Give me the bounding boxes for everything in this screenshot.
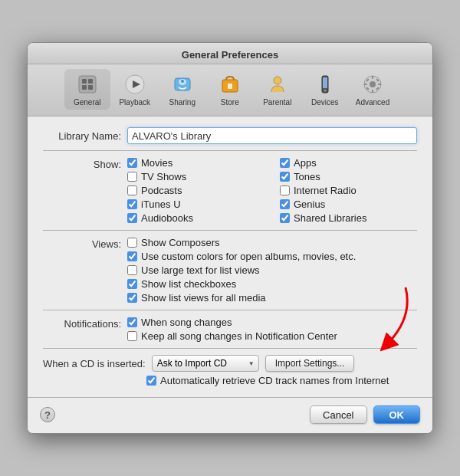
library-name-label: Library Name: [43, 130, 127, 142]
svg-rect-2 [88, 79, 93, 84]
view-custom-colors-checkbox[interactable] [127, 251, 137, 261]
show-audiobooks-checkbox[interactable] [127, 213, 137, 223]
cd-label: When a CD is inserted: [43, 358, 152, 369]
footer: ? Cancel OK [28, 397, 432, 433]
titlebar: General Preferences [28, 43, 432, 64]
view-show-composers-label: Show Composers [141, 237, 220, 248]
cd-controls: Ask to Import CD Import CD Import CD and… [152, 355, 355, 372]
show-audiobooks[interactable]: Audiobooks [127, 212, 264, 224]
toolbar: General Playback Sharing [28, 64, 432, 117]
show-apps-checkbox[interactable] [280, 158, 290, 168]
show-shared-libraries-checkbox[interactable] [280, 213, 290, 223]
cd-select-wrapper: Ask to Import CD Import CD Import CD and… [152, 355, 259, 372]
show-movies-checkbox[interactable] [127, 158, 137, 168]
toolbar-sharing-label: Sharing [169, 98, 196, 107]
view-show-composers-checkbox[interactable] [127, 238, 137, 248]
show-genius-label: Genius [294, 199, 325, 210]
show-tvshows[interactable]: TV Shows [127, 171, 264, 182]
show-checkboxes: Movies Apps TV Shows Tones [127, 157, 417, 224]
show-tvshows-checkbox[interactable] [127, 172, 137, 182]
show-itunes-u[interactable]: iTunes U [127, 199, 264, 210]
notifications-label: Notifications: [43, 317, 127, 330]
show-itunes-u-checkbox[interactable] [127, 199, 137, 209]
toolbar-general[interactable]: General [64, 69, 110, 110]
show-tones[interactable]: Tones [280, 171, 417, 182]
toolbar-devices[interactable]: Devices [302, 69, 348, 110]
library-name-input[interactable] [127, 127, 417, 144]
svg-point-15 [324, 90, 326, 92]
devices-icon [313, 72, 337, 97]
show-itunes-u-label: iTunes U [141, 199, 181, 210]
preferences-window: General Preferences General [27, 42, 433, 434]
cancel-button[interactable]: Cancel [310, 405, 366, 424]
svg-point-12 [274, 77, 281, 84]
cd-select[interactable]: Ask to Import CD Import CD Import CD and… [152, 355, 259, 372]
views-checkboxes: Show Composers Use custom colors for ope… [127, 237, 417, 304]
svg-rect-1 [82, 79, 87, 84]
svg-rect-11 [228, 84, 232, 89]
views-section: Views: Show Composers Use custom colors … [43, 230, 417, 304]
show-apps[interactable]: Apps [280, 157, 417, 169]
notif-song-changes[interactable]: When song changes [127, 317, 417, 328]
notif-notification-center[interactable]: Keep all song changes in Notification Ce… [127, 330, 417, 342]
show-podcasts-label: Podcasts [141, 185, 182, 196]
show-movies[interactable]: Movies [127, 157, 264, 169]
svg-point-17 [370, 81, 376, 87]
view-list-checkboxes-checkbox[interactable] [127, 279, 137, 289]
view-custom-colors-label: Use custom colors for open albums, movie… [141, 251, 356, 262]
show-podcasts-checkbox[interactable] [127, 185, 137, 195]
toolbar-advanced-label: Advanced [356, 98, 389, 107]
show-tvshows-label: TV Shows [141, 171, 186, 182]
toolbar-parental[interactable]: Parental [255, 69, 301, 110]
notif-song-changes-checkbox[interactable] [127, 317, 137, 327]
advanced-icon [360, 72, 385, 97]
toolbar-general-label: General [74, 98, 101, 107]
show-genius[interactable]: Genius [280, 199, 417, 210]
toolbar-parental-label: Parental [263, 98, 291, 107]
show-shared-libraries-label: Shared Libraries [294, 212, 366, 224]
show-movies-label: Movies [141, 157, 172, 169]
show-section: Show: Movies Apps TV Shows [43, 150, 417, 224]
show-row: Show: Movies Apps TV Shows [43, 157, 417, 224]
toolbar-playback[interactable]: Playback [112, 69, 158, 110]
playback-icon [123, 72, 147, 97]
ok-button[interactable]: OK [373, 405, 421, 424]
show-internet-radio-checkbox[interactable] [280, 185, 290, 195]
parental-icon [265, 72, 290, 97]
svg-rect-0 [79, 76, 96, 93]
cd-auto-retrieve-checkbox[interactable] [146, 376, 156, 386]
view-list-checkboxes[interactable]: Show list checkboxes [127, 278, 417, 290]
view-custom-colors[interactable]: Use custom colors for open albums, movie… [127, 251, 417, 262]
cd-section: When a CD is inserted: Ask to Import CD … [43, 348, 417, 386]
notif-notification-center-label: Keep all song changes in Notification Ce… [141, 330, 337, 342]
view-list-views-all-media-checkbox[interactable] [127, 293, 137, 303]
view-large-text-checkbox[interactable] [127, 265, 137, 275]
show-podcasts[interactable]: Podcasts [127, 185, 264, 196]
views-label: Views: [43, 237, 127, 250]
toolbar-sharing[interactable]: Sharing [159, 69, 205, 110]
cd-auto-row: Automatically retrieve CD track names fr… [43, 375, 417, 386]
view-list-views-all-media[interactable]: Show list views for all media [127, 292, 417, 304]
toolbar-devices-label: Devices [311, 98, 339, 107]
toolbar-store-label: Store [221, 98, 239, 107]
show-label: Show: [43, 157, 127, 170]
toolbar-advanced[interactable]: Advanced [350, 69, 396, 110]
show-internet-radio[interactable]: Internet Radio [280, 185, 417, 196]
view-show-composers[interactable]: Show Composers [127, 237, 417, 248]
footer-buttons: Cancel OK [310, 405, 420, 424]
library-name-row: Library Name: [43, 127, 417, 144]
store-icon [218, 72, 242, 97]
help-button[interactable]: ? [40, 407, 55, 422]
view-large-text[interactable]: Use large text for list views [127, 264, 417, 276]
show-tones-checkbox[interactable] [280, 172, 290, 182]
notif-notification-center-checkbox[interactable] [127, 331, 137, 341]
show-audiobooks-label: Audiobooks [141, 212, 193, 224]
show-shared-libraries[interactable]: Shared Libraries [280, 212, 417, 224]
view-list-views-all-media-label: Show list views for all media [141, 292, 266, 304]
general-icon [75, 72, 100, 97]
svg-rect-19 [372, 90, 373, 93]
import-settings-button[interactable]: Import Settings... [265, 355, 355, 372]
show-genius-checkbox[interactable] [280, 199, 290, 209]
cd-auto-retrieve[interactable]: Automatically retrieve CD track names fr… [146, 375, 389, 386]
toolbar-store[interactable]: Store [207, 69, 253, 110]
